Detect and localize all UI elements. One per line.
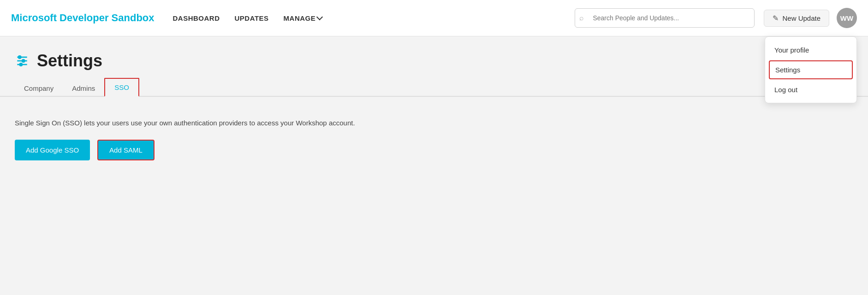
page-title: Settings [37,51,102,71]
new-update-button[interactable]: ✎ New Update [764,10,829,27]
tabs-bar: Company Admins SSO [0,71,868,97]
nav-dashboard[interactable]: DASHBOARD [173,14,220,22]
svg-point-4 [22,59,24,62]
nav-links: DASHBOARD UPDATES MANAGE [173,14,575,22]
search-wrapper: ⌕ [575,8,755,28]
sso-content: Single Sign On (SSO) lets your users use… [0,97,868,175]
settings-icon [15,53,30,68]
dropdown-profile[interactable]: Your profile [765,41,856,59]
nav-updates[interactable]: UPDATES [235,14,269,22]
sso-buttons: Add Google SSO Add SAML [15,140,853,160]
brand-logo[interactable]: Microsoft Developer Sandbox [11,12,155,24]
svg-point-5 [20,63,22,65]
dropdown-logout[interactable]: Log out [765,80,856,99]
svg-point-3 [18,56,21,58]
sso-description: Single Sign On (SSO) lets your users use… [15,119,384,127]
add-google-sso-button[interactable]: Add Google SSO [15,140,90,160]
tab-admins[interactable]: Admins [63,80,104,97]
search-icon: ⌕ [579,14,584,22]
dropdown-settings[interactable]: Settings [769,60,853,79]
page-header: Settings [0,36,868,71]
dropdown-menu: Your profile Settings Log out [765,36,857,103]
navbar: Microsoft Developer Sandbox DASHBOARD UP… [0,0,868,36]
tab-sso[interactable]: SSO [104,78,139,97]
chevron-down-icon [316,14,323,20]
avatar[interactable]: WW [837,8,857,28]
edit-icon: ✎ [773,14,779,23]
nav-manage[interactable]: MANAGE [284,14,322,22]
tab-company[interactable]: Company [15,80,63,97]
add-saml-button[interactable]: Add SAML [97,140,155,160]
main-content: Settings Company Admins SSO Single Sign … [0,36,868,175]
search-input[interactable] [575,8,755,28]
